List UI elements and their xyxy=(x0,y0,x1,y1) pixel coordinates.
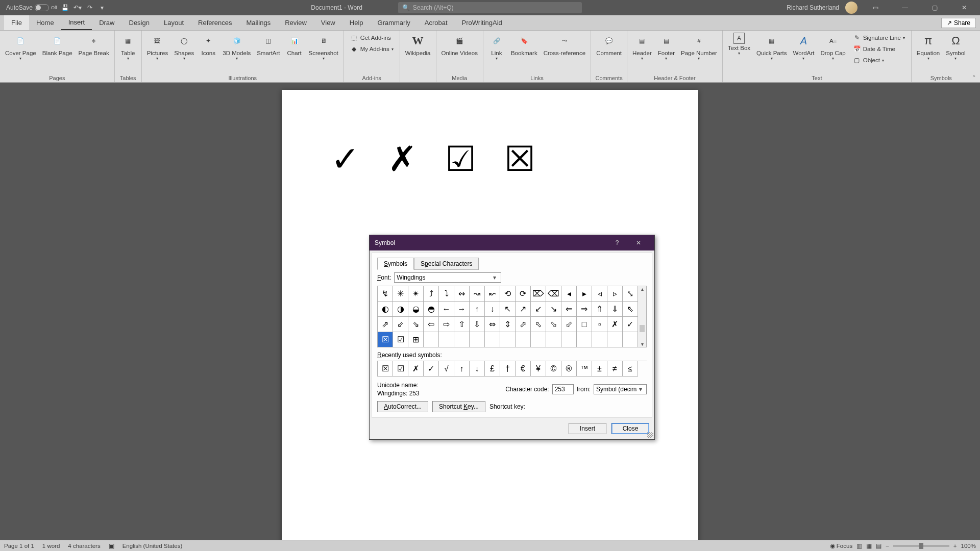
page-break-button[interactable]: ⎆Page Break xyxy=(76,32,112,57)
document-content[interactable]: ✓ ✗ ☑ ☒ xyxy=(331,139,649,179)
font-combo[interactable]: Wingdings ▾ xyxy=(394,272,501,283)
symbol-cell[interactable] xyxy=(500,332,516,347)
ribbon-display-options-icon[interactable]: ▭ xyxy=(864,0,887,15)
spellcheck-icon[interactable]: ▣ xyxy=(109,542,114,549)
link-button[interactable]: 🔗Link▾ xyxy=(485,32,508,62)
tab-symbols[interactable]: Symbols xyxy=(377,258,414,270)
object-button[interactable]: ▢Object▾ xyxy=(851,55,907,65)
collapse-ribbon-icon[interactable]: ⌃ xyxy=(972,74,976,80)
symbol-cell[interactable]: ⬃ xyxy=(561,317,577,332)
symbol-cell[interactable]: ⬁ xyxy=(531,317,546,332)
symbol-cell[interactable]: ↙ xyxy=(531,302,546,317)
symbol-cell[interactable]: ⇨ xyxy=(439,317,454,332)
insert-button[interactable]: Insert xyxy=(569,423,606,434)
symbol-cell[interactable] xyxy=(607,332,623,347)
zoom-in-icon[interactable]: + xyxy=(953,543,957,549)
tab-design[interactable]: Design xyxy=(122,15,157,30)
recent-symbol-cell[interactable]: ✗ xyxy=(408,361,424,377)
recent-symbol-cell[interactable]: £ xyxy=(485,361,500,377)
symbol-cell[interactable]: ⇘ xyxy=(408,317,424,332)
zoom-slider[interactable] xyxy=(893,545,949,547)
zoom-level[interactable]: 100% xyxy=(961,543,976,549)
symbol-cell[interactable] xyxy=(454,332,470,347)
close-icon[interactable]: ✕ xyxy=(952,0,976,15)
symbol-cell[interactable]: □ xyxy=(577,317,592,332)
status-lang[interactable]: English (United States) xyxy=(122,543,183,549)
cover-page-button[interactable]: 📄Cover Page▾ xyxy=(2,32,39,62)
symbol-cell[interactable] xyxy=(424,332,439,347)
recent-symbol-cell[interactable]: ≤ xyxy=(623,361,638,377)
share-button[interactable]: ↗ Share xyxy=(941,18,976,28)
recent-symbol-cell[interactable]: ≠ xyxy=(607,361,623,377)
date-time-button[interactable]: 📅Date & Time xyxy=(851,44,907,54)
symbol-cell[interactable]: ☒ xyxy=(378,332,393,347)
scroll-down-icon[interactable]: ▾ xyxy=(641,341,644,347)
symbol-cell[interactable]: ◒ xyxy=(408,302,424,317)
symbol-cell[interactable]: ↑ xyxy=(470,302,485,317)
symbol-cell[interactable]: ⇔ xyxy=(485,317,500,332)
symbol-cell[interactable]: ☑ xyxy=(393,332,408,347)
recent-symbol-cell[interactable]: ☑ xyxy=(393,361,408,377)
dropcap-button[interactable]: A≡Drop Cap▾ xyxy=(817,32,848,62)
symbol-cell[interactable]: ↗ xyxy=(516,302,531,317)
from-combo[interactable]: Symbol (decimal) ▾ xyxy=(594,384,647,394)
web-layout-icon[interactable]: ▤ xyxy=(876,542,881,549)
symbol-cell[interactable]: ⤡ xyxy=(623,286,638,302)
tab-layout[interactable]: Layout xyxy=(157,15,191,30)
zoom-out-icon[interactable]: − xyxy=(886,543,889,549)
tab-insert[interactable]: Insert xyxy=(61,15,92,30)
symbol-cell[interactable]: ✗ xyxy=(607,317,623,332)
dialog-titlebar[interactable]: Symbol ? ✕ xyxy=(370,235,654,251)
symbol-cell[interactable]: ⬀ xyxy=(516,317,531,332)
symbol-grid[interactable]: ↯✳✴⤴⤵↭↝↜⟲⟳⌦⌫◂▸◃▹⤡◐◑◒◓←→↑↓↖↗↙↘⇐⇒⇑⇓⇖⇗⇙⇘⇦⇨⇧… xyxy=(377,286,638,347)
my-addins-button[interactable]: ◆My Add-ins▾ xyxy=(348,44,396,54)
symbol-button[interactable]: ΩSymbol▾ xyxy=(943,32,968,62)
bookmark-button[interactable]: 🔖Bookmark xyxy=(508,32,541,57)
minimize-icon[interactable]: — xyxy=(893,0,917,15)
smartart-button[interactable]: ◫SmartArt xyxy=(254,32,283,57)
symbol-cell[interactable]: ✴ xyxy=(408,286,424,302)
symbol-cell[interactable]: ⇓ xyxy=(607,302,623,317)
symbol-cell[interactable]: ⇙ xyxy=(393,317,408,332)
recent-symbol-cell[interactable]: ↑ xyxy=(454,361,470,377)
wikipedia-button[interactable]: WWikipedia xyxy=(402,32,434,57)
recent-symbol-cell[interactable]: † xyxy=(500,361,516,377)
quickparts-button[interactable]: ▦Quick Parts▾ xyxy=(753,32,790,62)
symbol-cell[interactable]: ⤵ xyxy=(439,286,454,302)
recent-symbol-cell[interactable]: ☒ xyxy=(378,361,393,377)
symbol-cell[interactable] xyxy=(577,332,592,347)
symbol-cell[interactable]: ⇗ xyxy=(378,317,393,332)
redo-icon[interactable]: ↷ xyxy=(86,4,94,12)
symbol-cell[interactable]: ⇐ xyxy=(561,302,577,317)
pictures-button[interactable]: 🖼Pictures▾ xyxy=(144,32,172,62)
signature-line-button[interactable]: ✎Signature Line▾ xyxy=(851,33,907,43)
scroll-thumb[interactable] xyxy=(640,325,645,332)
symbol-cell[interactable]: ▸ xyxy=(577,286,592,302)
symbol-cell[interactable]: ⌦ xyxy=(531,286,546,302)
symbol-cell[interactable]: ⤴ xyxy=(424,286,439,302)
symbol-cell[interactable]: ↖ xyxy=(500,302,516,317)
zoom-thumb[interactable] xyxy=(919,543,923,549)
symbol-cell[interactable]: ⇩ xyxy=(470,317,485,332)
symbol-cell[interactable]: ⊞ xyxy=(408,332,424,347)
symbol-cell[interactable] xyxy=(485,332,500,347)
tab-home[interactable]: Home xyxy=(29,15,61,30)
read-mode-icon[interactable]: ▥ xyxy=(856,542,862,549)
search-box[interactable]: 🔍 Search (Alt+Q) xyxy=(398,2,582,13)
recent-symbol-cell[interactable]: © xyxy=(546,361,561,377)
cross-ref-button[interactable]: ⤳Cross-reference xyxy=(541,32,589,57)
tab-draw[interactable]: Draw xyxy=(92,15,121,30)
tab-references[interactable]: References xyxy=(191,15,239,30)
symbol-cell[interactable]: ⟲ xyxy=(500,286,516,302)
symbol-cell[interactable]: ↜ xyxy=(485,286,500,302)
recent-symbol-cell[interactable]: ® xyxy=(561,361,577,377)
scroll-up-icon[interactable]: ▴ xyxy=(641,286,644,292)
tab-special-characters[interactable]: Special Characters xyxy=(414,258,479,270)
shapes-button[interactable]: ◯Shapes▾ xyxy=(171,32,197,62)
tab-mailings[interactable]: Mailings xyxy=(239,15,278,30)
save-icon[interactable]: 💾 xyxy=(61,4,69,12)
symbol-cell[interactable]: ↘ xyxy=(546,302,561,317)
symbol-cell[interactable]: ◂ xyxy=(561,286,577,302)
3d-models-button[interactable]: 🧊3D Models▾ xyxy=(219,32,254,62)
resize-grip[interactable] xyxy=(647,432,653,438)
